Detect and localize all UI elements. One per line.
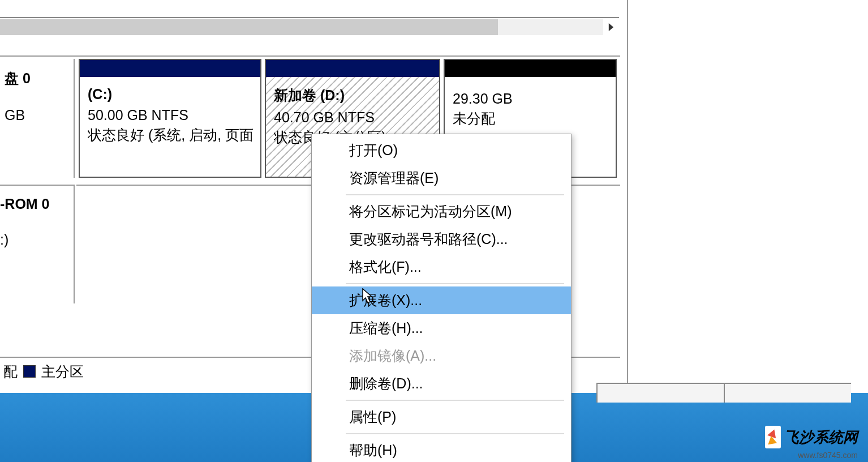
watermark-brand: 飞沙系统网 bbox=[765, 426, 858, 448]
horizontal-scrollbar[interactable] bbox=[0, 19, 603, 35]
cdrom-label: -ROM 0 bbox=[0, 196, 70, 212]
partition-c-status: 状态良好 (系统, 启动, 页面) bbox=[88, 126, 253, 144]
partition-c-info: 50.00 GB NTFS bbox=[88, 107, 253, 123]
disk-graphical-view: 盘 0 GB (C:) 50.00 GB NTFS 状态良好 (系统, 启动, … bbox=[0, 55, 620, 57]
partition-c-title: (C:) bbox=[88, 86, 253, 102]
disk0-info-cell[interactable]: 盘 0 GB bbox=[0, 59, 75, 178]
partition-c-header bbox=[80, 60, 260, 77]
menu-delete-volume[interactable]: 删除卷(D)... bbox=[312, 370, 571, 397]
upper-list-pane bbox=[0, 0, 619, 18]
taskbar-tray bbox=[596, 383, 851, 403]
partition-unallocated-header bbox=[445, 60, 616, 77]
scrollbar-thumb[interactable] bbox=[0, 19, 498, 35]
scroll-right-button[interactable] bbox=[603, 19, 619, 35]
watermark-url: www.fs0745.com bbox=[798, 451, 858, 460]
menu-add-mirror: 添加镜像(A)... bbox=[312, 342, 571, 370]
menu-separator bbox=[346, 400, 564, 401]
brand-name: 飞沙系统网 bbox=[784, 427, 858, 447]
menu-explorer[interactable]: 资源管理器(E) bbox=[312, 164, 571, 192]
cdrom-sub: :) bbox=[0, 232, 70, 248]
menu-open[interactable]: 打开(O) bbox=[312, 136, 571, 164]
menu-properties[interactable]: 属性(P) bbox=[312, 403, 571, 431]
cdrom-info-cell[interactable]: -ROM 0 :) bbox=[0, 185, 75, 303]
menu-mark-active[interactable]: 将分区标记为活动分区(M) bbox=[312, 198, 571, 225]
tray-item-2[interactable] bbox=[724, 384, 851, 403]
brand-logo-icon bbox=[765, 426, 781, 448]
menu-help[interactable]: 帮助(H) bbox=[312, 437, 571, 462]
menu-separator bbox=[346, 433, 564, 434]
partition-unalloc-info: 29.30 GB bbox=[453, 91, 609, 107]
partition-d-info: 40.70 GB NTFS bbox=[274, 109, 432, 126]
partition-d-title: 新加卷 (D:) bbox=[274, 86, 432, 105]
partition-c[interactable]: (C:) 50.00 GB NTFS 状态良好 (系统, 启动, 页面) bbox=[79, 59, 261, 178]
disk0-label: 盘 0 bbox=[5, 69, 69, 88]
partition-d-header bbox=[266, 60, 439, 77]
disk0-size: GB bbox=[5, 107, 69, 123]
partition-context-menu: 打开(O) 资源管理器(E) 将分区标记为活动分区(M) 更改驱动器号和路径(C… bbox=[311, 134, 571, 462]
legend-unallocated-label: 配 bbox=[3, 362, 18, 381]
menu-change-drive-letter[interactable]: 更改驱动器号和路径(C)... bbox=[312, 225, 571, 253]
menu-separator bbox=[346, 194, 564, 195]
menu-shrink-volume[interactable]: 压缩卷(H)... bbox=[312, 314, 571, 342]
legend-primary-swatch bbox=[23, 365, 36, 378]
partition-unalloc-status: 未分配 bbox=[453, 109, 609, 128]
menu-format[interactable]: 格式化(F)... bbox=[312, 253, 571, 281]
tray-item-1[interactable] bbox=[596, 384, 724, 403]
menu-separator bbox=[346, 283, 564, 284]
menu-extend-volume[interactable]: 扩展卷(X)... bbox=[312, 286, 571, 314]
legend-primary-label: 主分区 bbox=[41, 362, 84, 381]
